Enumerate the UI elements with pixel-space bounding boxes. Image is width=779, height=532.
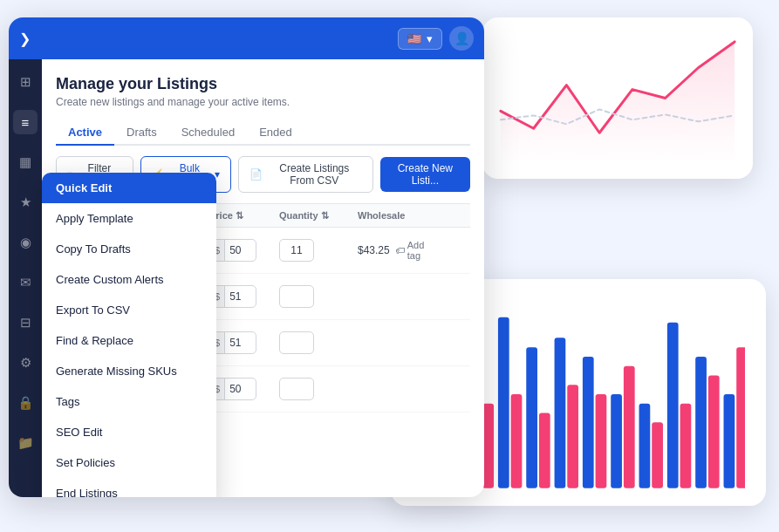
row-price[interactable]: $ 50 xyxy=(209,378,279,400)
row-price[interactable]: $ 51 xyxy=(209,331,279,354)
svg-rect-7 xyxy=(498,317,509,488)
dropdown-item-custom-alerts[interactable]: Create Custom Alerts xyxy=(42,264,216,295)
sidebar-icon-grid[interactable]: ⊟ xyxy=(13,310,38,335)
svg-rect-20 xyxy=(680,404,692,488)
svg-marker-0 xyxy=(501,42,735,163)
dropdown-item-set-policies[interactable]: Set Policies xyxy=(42,447,216,478)
col-header-price: Price ⇅ xyxy=(209,209,279,222)
tab-active[interactable]: Active xyxy=(56,120,114,146)
col-header-wholesale: Wholesale xyxy=(358,209,427,222)
tab-scheduled[interactable]: Scheduled xyxy=(169,120,247,146)
sidebar-icon-chart[interactable]: ▦ xyxy=(13,150,38,174)
tab-drafts[interactable]: Drafts xyxy=(114,120,169,146)
svg-rect-11 xyxy=(555,338,566,488)
dropdown-item-generate-skus[interactable]: Generate Missing SKUs xyxy=(42,356,216,386)
create-listing-button[interactable]: Create New Listi... xyxy=(380,157,470,192)
sidebar-icon-lock[interactable]: 🔒 xyxy=(13,391,38,415)
dropdown-item-find-replace[interactable]: Find & Replace xyxy=(42,325,216,356)
wholesale-value: $43.25 xyxy=(358,244,390,256)
dropdown-item-copy-to-drafts[interactable]: Copy To Drafts xyxy=(42,234,216,264)
svg-rect-8 xyxy=(511,394,523,488)
row-qty[interactable]: 11 xyxy=(279,239,358,262)
csv-button[interactable]: 📄 Create Listings From CSV xyxy=(238,156,373,193)
sidebar-icon-star[interactable]: ★ xyxy=(13,190,38,215)
qty-input[interactable]: 11 xyxy=(279,239,314,262)
svg-rect-23 xyxy=(724,394,735,488)
dropdown-menu: Quick Edit Apply Template Copy To Drafts… xyxy=(42,173,216,497)
svg-rect-24 xyxy=(736,347,745,488)
svg-rect-13 xyxy=(583,357,594,488)
nav-left: ❯ xyxy=(19,31,31,47)
add-tag-button[interactable]: 🏷 Add tag xyxy=(395,240,427,261)
user-icon: 👤 xyxy=(454,31,469,45)
dropdown-item-export-csv[interactable]: Export To CSV xyxy=(42,295,216,325)
price-value: 50 xyxy=(225,383,256,395)
svg-rect-22 xyxy=(708,375,720,488)
flag-selector[interactable]: 🇺🇸 ▾ xyxy=(398,28,442,50)
price-input[interactable]: $ 50 xyxy=(209,378,256,400)
price-value: 51 xyxy=(225,290,256,303)
svg-rect-16 xyxy=(624,366,635,488)
qty-input[interactable] xyxy=(279,285,314,308)
tag-icon: 🏷 xyxy=(395,245,405,256)
dropdown-item-tags[interactable]: Tags xyxy=(42,386,216,417)
sidebar-icon-home[interactable]: ⊞ xyxy=(13,70,38,94)
sidebar-icon-mail[interactable]: ✉ xyxy=(13,270,38,295)
dropdown-item-quick-edit[interactable]: Quick Edit xyxy=(42,173,216,203)
row-price[interactable]: $ 51 xyxy=(209,285,279,308)
price-input[interactable]: $ 50 xyxy=(209,239,256,262)
price-value: 50 xyxy=(225,244,256,256)
row-qty[interactable] xyxy=(279,331,358,354)
user-avatar[interactable]: 👤 xyxy=(449,26,474,51)
row-qty[interactable] xyxy=(279,285,358,308)
svg-rect-6 xyxy=(482,404,494,488)
dropdown-item-end-listings[interactable]: End Listings xyxy=(42,478,216,497)
line-chart-svg xyxy=(498,33,737,163)
price-input[interactable]: $ 51 xyxy=(209,285,256,308)
sidebar-icon-settings[interactable]: ⚙ xyxy=(13,351,38,375)
svg-rect-21 xyxy=(695,357,707,488)
flag-icon: 🇺🇸 xyxy=(407,32,421,45)
price-input[interactable]: $ 51 xyxy=(209,331,256,354)
svg-rect-12 xyxy=(567,385,578,488)
top-nav: ❯ 🇺🇸 ▾ 👤 xyxy=(9,17,484,59)
col-header-quantity: Quantity ⇅ xyxy=(279,209,358,222)
line-chart-card xyxy=(482,17,753,179)
svg-rect-10 xyxy=(539,413,550,488)
sidebar-icon-list[interactable]: ≡ xyxy=(13,110,38,134)
price-value: 51 xyxy=(225,337,256,349)
nav-right: 🇺🇸 ▾ 👤 xyxy=(398,26,474,51)
qty-input[interactable] xyxy=(279,378,314,400)
svg-rect-15 xyxy=(611,394,622,488)
sidebar: ⊞ ≡ ▦ ★ ◉ ✉ ⊟ ⚙ 🔒 📁 xyxy=(9,59,42,497)
sort-icon: ⇅ xyxy=(236,210,243,222)
svg-rect-14 xyxy=(596,394,607,488)
dropdown-item-seo-edit[interactable]: SEO Edit xyxy=(42,417,216,447)
file-icon: 📄 xyxy=(249,168,263,181)
app-window: ❯ 🇺🇸 ▾ 👤 ⊞ ≡ ▦ ★ ◉ ✉ ⊟ ⚙ 🔒 📁 Manage your… xyxy=(9,17,484,497)
sidebar-icon-bell[interactable]: ◉ xyxy=(13,230,38,255)
dropdown-item-apply-template[interactable]: Apply Template xyxy=(42,203,216,234)
svg-rect-19 xyxy=(667,323,679,488)
sidebar-icon-folder[interactable]: 📁 xyxy=(13,431,38,455)
tab-ended[interactable]: Ended xyxy=(247,120,304,146)
tabs-bar: Active Drafts Scheduled Ended xyxy=(56,120,470,146)
svg-rect-9 xyxy=(526,347,537,488)
chevron-down-icon: ▾ xyxy=(427,32,433,45)
page-title: Manage your Listings xyxy=(56,75,470,93)
nav-chevron-icon[interactable]: ❯ xyxy=(19,31,31,47)
svg-rect-17 xyxy=(639,404,651,488)
sort-icon: ⇅ xyxy=(321,210,329,222)
row-qty[interactable] xyxy=(279,378,358,400)
svg-rect-18 xyxy=(652,422,663,488)
page-subtitle: Create new listings and manage your acti… xyxy=(56,96,470,108)
qty-input[interactable] xyxy=(279,331,314,354)
row-wholesale: $43.25 🏷 Add tag xyxy=(358,240,427,261)
row-price[interactable]: $ 50 xyxy=(209,239,279,262)
